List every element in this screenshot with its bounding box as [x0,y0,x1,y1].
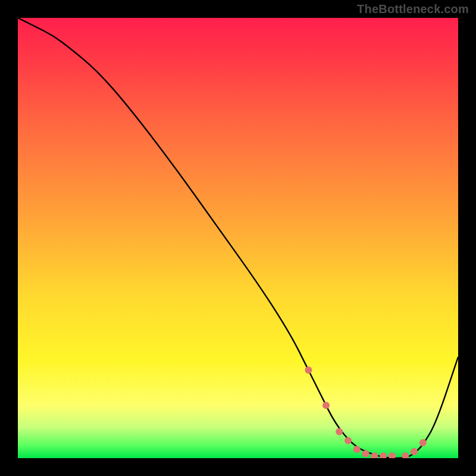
bottleneck-curve [18,18,458,458]
highlight-dot [389,452,396,458]
highlight-dot [305,367,312,374]
highlight-dot [411,448,418,455]
highlight-dot [345,437,352,444]
highlight-dot [336,428,343,436]
highlight-dot [322,402,330,409]
curve-svg [18,18,458,458]
highlight-dot [380,452,387,458]
plot-area [18,18,458,458]
highlight-dots [305,367,426,458]
watermark-text: TheBottleneck.com [357,2,469,16]
highlight-dot [353,446,361,453]
highlight-dot [402,452,409,458]
highlight-dot [362,450,369,458]
highlight-dot [419,439,427,446]
chart-frame: TheBottleneck.com [0,0,476,476]
